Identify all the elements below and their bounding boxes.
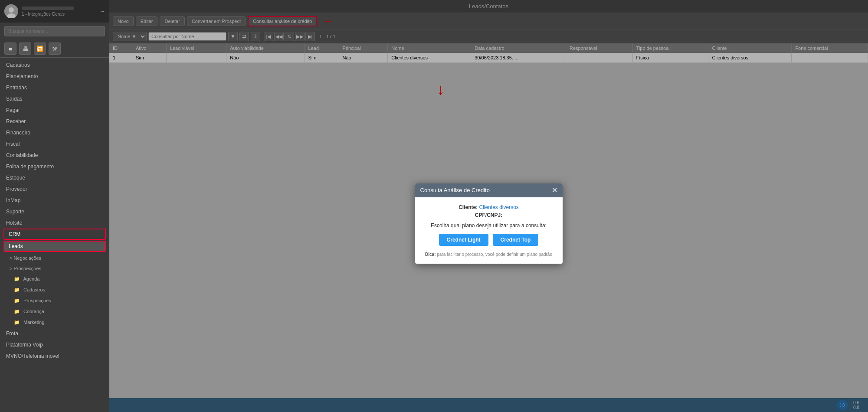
modal-header: Consulta Análise de Credito ✕ [415, 183, 563, 197]
share-icon[interactable]: 🔁 [34, 43, 46, 55]
modal-overlay[interactable]: Consulta Análise de Credito ✕ Cliente: C… [109, 0, 868, 412]
user-sub: 1 - Integrações Gerais [22, 12, 96, 16]
sidebar-item-fiscal[interactable]: Fiscal [0, 138, 109, 150]
sidebar-item-marketing[interactable]: 📁 Marketing [0, 317, 109, 328]
sidebar-menu: Cadastros Planejamento Entradas Saídas P… [0, 58, 109, 412]
modal-tip-label: Dica: [425, 252, 436, 257]
modal-cpf-label: CPF/CNPJ: [475, 212, 502, 218]
modal-body: Cliente: Clientes diversos CPF/CNPJ: Esc… [415, 197, 563, 264]
modal-plan-label: Escolha qual plano deseja utilizar para … [424, 222, 554, 229]
sidebar-toggle-icon[interactable]: → [100, 8, 105, 14]
sidebar-header: 1 - Integrações Gerais → [0, 0, 109, 23]
sidebar-item-provedor[interactable]: Provedor [0, 183, 109, 195]
crednet-top-button[interactable]: Crednet Top [493, 234, 539, 246]
sidebar-item-negociacoes[interactable]: > Negociações [0, 253, 109, 263]
sidebar-item-estoque[interactable]: Estoque [0, 172, 109, 183]
main-wrapper: Leads/Contatos Novo Editar Deletar Conve… [109, 0, 868, 412]
crednet-light-button[interactable]: Crednet Light [439, 234, 488, 246]
avatar [4, 4, 18, 18]
sidebar-icon-bar: ■ 🖶 🔁 ⚒ [0, 40, 109, 58]
sidebar-item-cobranca[interactable]: 📁 Cobrança [0, 306, 109, 317]
sidebar-item-financeiro[interactable]: Financeiro [0, 127, 109, 138]
search-input[interactable] [4, 26, 105, 36]
modal-dialog: Consulta Análise de Credito ✕ Cliente: C… [415, 183, 563, 264]
username-bar [22, 7, 74, 10]
sidebar-item-inmap[interactable]: InMap [0, 195, 109, 206]
sidebar-item-crm[interactable]: CRM [3, 229, 106, 240]
svg-point-1 [9, 7, 14, 13]
sidebar-item-frota[interactable]: Frota [0, 328, 109, 339]
modal-buttons: Crednet Light Crednet Top [424, 234, 554, 246]
sidebar-item-saidas[interactable]: Saídas [0, 93, 109, 105]
sidebar-item-agenda[interactable]: 📁 Agenda [0, 274, 109, 284]
sidebar-item-suporte[interactable]: Suporte [0, 206, 109, 217]
sidebar-item-receber[interactable]: Receber [0, 116, 109, 127]
modal-client-value: Clientes diversos [479, 204, 518, 210]
sidebar-item-entradas[interactable]: Entradas [0, 82, 109, 93]
sidebar-item-mvno[interactable]: MVNO/Telefonia móvel [0, 350, 109, 362]
modal-close-button[interactable]: ✕ [552, 187, 557, 194]
modal-client-label: Cliente: Clientes diversos [424, 204, 554, 210]
sidebar-item-contabilidade[interactable]: Contabilidade [0, 150, 109, 161]
grid-icon[interactable]: ■ [4, 43, 16, 55]
modal-cpf-line: CPF/CNPJ: [424, 212, 554, 218]
modal-title: Consulta Análise de Credito [420, 187, 490, 193]
wrench-icon[interactable]: ⚒ [49, 43, 61, 55]
sidebar: 1 - Integrações Gerais → ■ 🖶 🔁 ⚒ Cadastr… [0, 0, 109, 412]
sidebar-item-voip[interactable]: Plataforma Voip [0, 339, 109, 350]
sidebar-item-pagar[interactable]: Pagar [0, 105, 109, 116]
sidebar-search-container [0, 23, 109, 40]
sidebar-item-prospeccoes-sub[interactable]: 📁 Prospecções [0, 295, 109, 306]
sidebar-item-prospeccoes-main[interactable]: > Prospecções [0, 263, 109, 274]
print-icon[interactable]: 🖶 [19, 43, 31, 55]
modal-client-key: Cliente: [459, 204, 479, 210]
sidebar-item-cadastros-sub[interactable]: 📁 Cadastros [0, 284, 109, 295]
modal-tip: Dica: para facilitar o processo, você po… [424, 252, 554, 257]
sidebar-item-folha[interactable]: Folha de pagamento [0, 161, 109, 172]
sidebar-item-planejamento[interactable]: Planejamento [0, 71, 109, 82]
sidebar-item-cadastros[interactable]: Cadastros [0, 59, 109, 71]
sidebar-item-hotsite[interactable]: Hotsite [0, 217, 109, 229]
modal-tip-text: para facilitar o processo, você pode def… [437, 252, 552, 257]
user-info: 1 - Integrações Gerais [22, 7, 96, 16]
sidebar-item-leads[interactable]: Leads [3, 241, 106, 252]
